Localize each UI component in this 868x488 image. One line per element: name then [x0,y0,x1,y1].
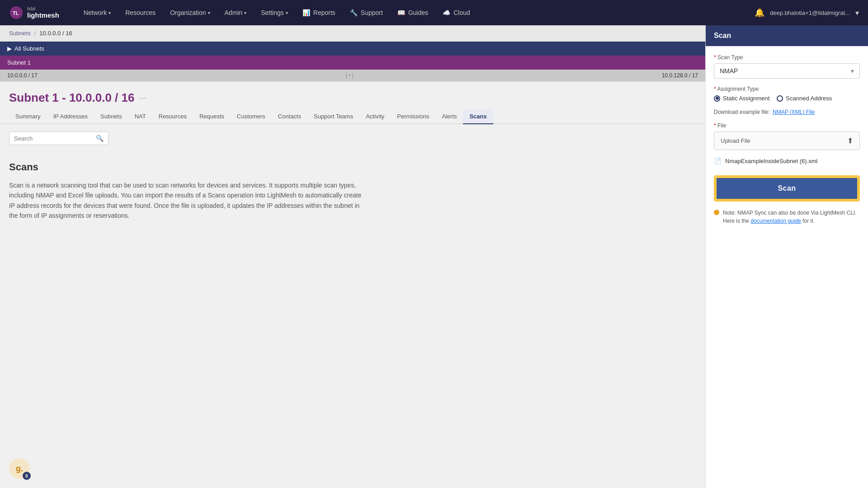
breadcrumb: Subnets / 10.0.0.0 / 16 [0,25,705,42]
tab-support-teams[interactable]: Support Teams [307,109,359,124]
svg-text:TL: TL [13,10,19,16]
scan-highlight: Scan [714,175,860,202]
user-chevron[interactable]: ▾ [855,9,859,17]
curved-arrow-svg [705,172,712,203]
nav-guides[interactable]: 📖Guides [391,5,434,20]
tab-summary[interactable]: Summary [9,109,47,124]
scan-type-field: * Scan Type NMAP ▾ [714,54,860,79]
nav-resources[interactable]: Resources [119,5,162,20]
tab-alerts[interactable]: Alerts [435,109,463,124]
search-input[interactable] [14,135,93,142]
upload-icon: ⬆ [847,136,853,145]
user-menu[interactable]: deep.bhalotia+1@tidalmigrat... [770,9,850,16]
search-icon: 🔍 [96,135,104,142]
search-area: 🔍 [0,124,705,152]
logo-text: tidal lightmesh [27,6,59,19]
logo-icon: TL [9,5,24,20]
uploaded-filename: NmapExampleInsideSubnet (6).xml [725,158,817,164]
note-section: Note: NMAP Sync can also be done Via Lig… [714,209,860,225]
avatar-letter: g. [16,464,23,474]
scanned-address-option[interactable]: Scanned Address [777,95,832,102]
tab-contacts[interactable]: Contacts [272,109,307,124]
tab-activity[interactable]: Activity [359,109,391,124]
note-dot [714,210,719,215]
tab-resources[interactable]: Resources [152,109,193,124]
topbar: TL tidal lightmesh Network ▾ Resources O… [0,0,868,25]
scans-description: Scan is a network scanning tool that can… [9,180,362,221]
upload-file-button[interactable]: Upload File ⬆ [714,131,860,150]
panel-body: * Scan Type NMAP ▾ * Assignment Type Sta… [706,46,868,233]
tab-ip-addresses[interactable]: IP Addresses [47,109,94,124]
doc-guide-link[interactable]: documentation guide [750,218,801,224]
scan-type-label: * Scan Type [714,54,860,61]
scans-content: Scans Scan is a network scanning tool th… [0,152,705,230]
tabs-bar: Summary IP Addresses Subnets NAT Resourc… [0,109,705,124]
all-subnets-row[interactable]: ▶ All Subnets [0,42,705,56]
nav-network[interactable]: Network ▾ [77,5,117,20]
page-options[interactable]: ··· [139,93,146,103]
content-area: Subnets / 10.0.0.0 / 16 ▶ All Subnets Su… [0,25,705,488]
assignment-type-row: Static Assignment Scanned Address [714,95,860,102]
main-layout: Subnets / 10.0.0.0 / 16 ▶ All Subnets Su… [0,25,868,488]
nav-support[interactable]: 🔧Support [344,5,389,20]
arrow-annotation [705,172,712,205]
nav-right: 🔔 deep.bhalotia+1@tidalmigrat... ▾ [755,8,859,18]
nav-items: Network ▾ Resources Organization ▾ Admin… [77,5,755,20]
scan-type-chevron: ▾ [851,67,854,75]
uploaded-file-row: 📄 NmapExampleInsideSubnet (6).xml [714,157,860,164]
tab-nat[interactable]: NAT [128,109,152,124]
assignment-type-label: * Assignment Type [714,86,860,92]
tab-scans[interactable]: Scans [463,109,493,124]
tab-subnets[interactable]: Subnets [94,109,128,124]
breadcrumb-subnets[interactable]: Subnets [9,30,31,37]
scanned-radio[interactable] [777,95,783,102]
subnet-sub-row: 10.0.0.0 / 17 | • | 10.0.128.0 / 17 [0,70,705,81]
nav-admin[interactable]: Admin ▾ [218,5,253,20]
right-panel: Scan * Scan Type NMAP ▾ * Assignment Typ… [705,25,868,488]
page-header: Subnet 1 - 10.0.0.0 / 16 ··· [0,82,705,109]
avatar[interactable]: g. 6 [9,458,30,479]
nav-reports[interactable]: 📊Reports [296,5,342,20]
avatar-badge: 6 [23,472,31,480]
page-title: Subnet 1 - 10.0.0.0 / 16 [9,91,134,105]
search-box[interactable]: 🔍 [9,131,108,145]
nav-cloud[interactable]: ☁️Cloud [436,5,476,20]
logo-area[interactable]: TL tidal lightmesh [9,5,59,20]
static-assignment-option[interactable]: Static Assignment [714,95,769,102]
tab-customers[interactable]: Customers [231,109,272,124]
note-text: Note: NMAP Sync can also be done Via Lig… [723,209,860,225]
scans-title: Scans [9,161,696,173]
file-label: * File [714,122,860,129]
tab-requests[interactable]: Requests [193,109,231,124]
download-nmap-link[interactable]: NMAP (XML) File [773,109,815,115]
file-field: * File Upload File ⬆ [714,122,860,150]
subnet-1-row[interactable]: Subnet 1 [0,56,705,70]
nav-organization[interactable]: Organization ▾ [164,5,216,20]
assignment-type-field: * Assignment Type Static Assignment Scan… [714,86,860,102]
nav-settings[interactable]: Settings ▾ [255,5,294,20]
panel-header: Scan [706,25,868,46]
scan-button-container: Scan [714,175,860,202]
static-radio[interactable] [714,95,720,102]
download-example-row: Download example file: NMAP (XML) File [714,109,860,115]
tab-permissions[interactable]: Permissions [391,109,435,124]
notification-bell[interactable]: 🔔 [755,8,764,18]
subnet-tree: ▶ All Subnets Subnet 1 10.0.0.0 / 17 | •… [0,42,705,82]
breadcrumb-current: 10.0.0.0 / 16 [39,30,72,37]
scan-type-select[interactable]: NMAP ▾ [714,63,860,79]
file-icon: 📄 [714,157,722,164]
scan-button[interactable]: Scan [715,177,859,200]
